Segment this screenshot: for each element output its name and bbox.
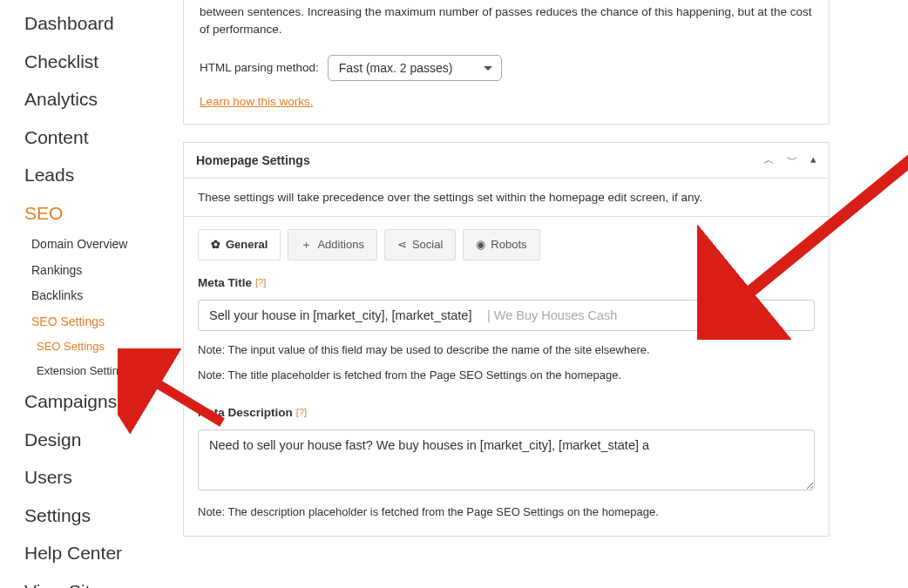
meta-title-suffix-placeholder: | We Buy Houses Cash bbox=[487, 308, 617, 322]
sidebar-seo-settings-seo[interactable]: SEO Settings bbox=[37, 335, 183, 359]
sidebar-design[interactable]: Design bbox=[24, 421, 183, 459]
learn-how-link[interactable]: Learn how this works. bbox=[200, 95, 314, 108]
sidebar-seo-rankings[interactable]: Rankings bbox=[31, 258, 183, 284]
sidebar-help-center[interactable]: Help Center bbox=[24, 534, 183, 572]
sidebar-leads[interactable]: Leads bbox=[24, 156, 183, 194]
sidebar-analytics[interactable]: Analytics bbox=[24, 80, 183, 118]
precedence-note: These settings will take precedence over… bbox=[198, 191, 815, 204]
tab-social-label: Social bbox=[412, 238, 443, 251]
sidebar-view-site[interactable]: View Site bbox=[24, 572, 183, 588]
parsing-method-label: HTML parsing method: bbox=[200, 61, 319, 74]
tab-general-label: General bbox=[226, 238, 268, 251]
meta-title-label: Meta Title bbox=[198, 276, 252, 289]
meta-title-note-1: Note: The input value of this field may … bbox=[198, 343, 815, 356]
meta-description-note: Note: The description placeholder is fet… bbox=[198, 505, 815, 518]
meta-description-input[interactable] bbox=[198, 429, 815, 490]
parsing-panel: between sentences. Increasing the maximu… bbox=[183, 0, 830, 125]
sidebar-seo-settings-extension[interactable]: Extension Settings bbox=[37, 359, 183, 383]
tab-general[interactable]: ✿ General bbox=[198, 229, 281, 260]
meta-description-help[interactable]: [?] bbox=[296, 407, 307, 417]
sidebar: Dashboard Checklist Analytics Content Le… bbox=[0, 0, 183, 588]
homepage-settings-title: Homepage Settings bbox=[196, 153, 310, 167]
sidebar-dashboard[interactable]: Dashboard bbox=[24, 4, 183, 43]
tab-additions-label: Additions bbox=[317, 238, 363, 251]
sidebar-checklist[interactable]: Checklist bbox=[24, 43, 183, 81]
tab-social[interactable]: ⋖ Social bbox=[384, 229, 456, 260]
homepage-tabs: ✿ General ＋ Additions ⋖ Social ◉ Robots bbox=[198, 229, 815, 260]
tab-additions[interactable]: ＋ Additions bbox=[288, 229, 376, 260]
sidebar-seo-settings[interactable]: SEO Settings bbox=[31, 309, 183, 335]
panel-header-actions: ︿ ﹀ ▴ bbox=[763, 152, 817, 168]
sidebar-content[interactable]: Content bbox=[24, 118, 183, 157]
tab-robots[interactable]: ◉ Robots bbox=[463, 229, 539, 260]
sidebar-seo[interactable]: SEO bbox=[24, 194, 183, 233]
eye-icon: ◉ bbox=[476, 238, 485, 251]
sidebar-seo-backlinks[interactable]: Backlinks bbox=[31, 283, 183, 309]
main-content: between sentences. Increasing the maximu… bbox=[183, 0, 908, 588]
sidebar-view-site-label: View Site bbox=[24, 581, 100, 588]
sidebar-users[interactable]: Users bbox=[24, 458, 183, 497]
parsing-method-select[interactable]: Fast (max. 2 passes) bbox=[328, 55, 502, 81]
sidebar-campaigns[interactable]: Campaigns bbox=[24, 382, 183, 421]
collapse-icon[interactable]: ▴ bbox=[810, 152, 817, 168]
meta-title-help[interactable]: [?] bbox=[255, 277, 266, 287]
share-icon: ⋖ bbox=[397, 238, 407, 251]
parsing-description: between sentences. Increasing the maximu… bbox=[200, 0, 813, 39]
homepage-settings-panel: Homepage Settings ︿ ﹀ ▴ These settings w… bbox=[183, 142, 830, 537]
tab-robots-label: Robots bbox=[491, 238, 526, 251]
meta-title-input[interactable] bbox=[209, 308, 484, 322]
sidebar-seo-domain-overview[interactable]: Domain Overview bbox=[31, 232, 183, 258]
chevron-down-icon[interactable]: ﹀ bbox=[787, 152, 798, 168]
meta-description-label: Meta Description bbox=[198, 406, 293, 419]
sidebar-settings[interactable]: Settings bbox=[24, 497, 183, 535]
meta-title-input-wrap[interactable]: | We Buy Houses Cash bbox=[198, 300, 815, 331]
plus-icon: ＋ bbox=[301, 237, 312, 253]
gear-icon: ✿ bbox=[211, 238, 220, 251]
meta-title-note-2: Note: The title placeholder is fetched f… bbox=[198, 368, 815, 382]
chevron-up-icon[interactable]: ︿ bbox=[763, 152, 775, 168]
